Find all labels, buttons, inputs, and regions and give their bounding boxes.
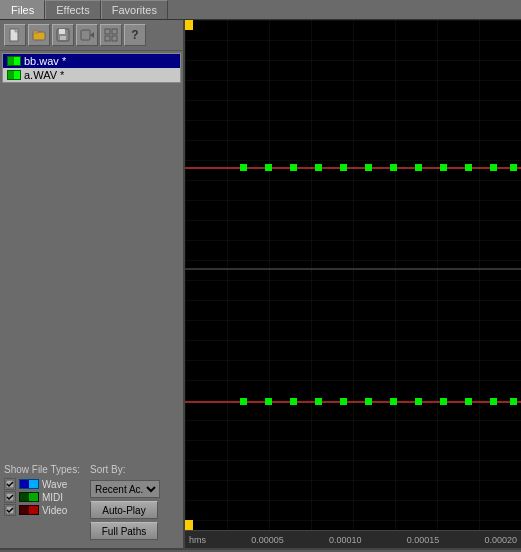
tab-bar: Files Effects Favorites (0, 0, 521, 20)
wave-checkbox[interactable] (4, 478, 16, 490)
tab-files[interactable]: Files (0, 0, 45, 19)
video-type-row: Video (4, 504, 80, 516)
file-name-bb: bb.wav * (24, 55, 66, 67)
video-label: Video (42, 505, 67, 516)
svg-rect-36 (240, 398, 247, 405)
svg-rect-27 (340, 164, 347, 171)
svg-rect-44 (440, 398, 447, 405)
svg-rect-37 (265, 398, 272, 405)
file-item-bb[interactable]: bb.wav * (3, 54, 180, 68)
wave-icon (19, 479, 39, 489)
timeline-marker-0: hms (189, 535, 206, 545)
midi-type-row: MIDI (4, 491, 80, 503)
timeline-marker-4: 0.00020 (484, 535, 517, 545)
waveform-canvas[interactable] (185, 20, 521, 530)
svg-rect-21 (185, 268, 521, 270)
wave-label: Wave (42, 479, 67, 490)
left-panel: ? bb.wav * a.WAV * Show File (0, 20, 185, 548)
file-type-section: Show File Types: Wave (4, 464, 80, 540)
bottom-marker (185, 520, 193, 530)
svg-rect-41 (365, 398, 372, 405)
wave-type-row: Wave (4, 478, 80, 490)
transport-bar: ∞ ⤢ (0, 548, 521, 552)
svg-rect-47 (510, 398, 517, 405)
sort-by-label: Sort By: (90, 464, 160, 475)
sort-select[interactable]: Recent Ac... Name Date Size (90, 480, 160, 498)
save-button[interactable] (52, 24, 74, 46)
svg-rect-25 (290, 164, 297, 171)
timeline-marker-2: 0.00010 (329, 535, 362, 545)
svg-rect-23 (240, 164, 247, 171)
toolbar: ? (0, 20, 183, 51)
timeline-marker-3: 0.00015 (407, 535, 440, 545)
svg-rect-20 (185, 20, 521, 530)
svg-rect-12 (112, 36, 117, 41)
midi-label: MIDI (42, 492, 63, 503)
svg-rect-40 (340, 398, 347, 405)
svg-rect-24 (265, 164, 272, 171)
show-file-types-label: Show File Types: (4, 464, 80, 475)
video-icon (19, 505, 39, 515)
file-name-a: a.WAV * (24, 69, 64, 81)
svg-rect-32 (465, 164, 472, 171)
svg-rect-30 (415, 164, 422, 171)
midi-checkbox[interactable] (4, 491, 16, 503)
record-button[interactable] (76, 24, 98, 46)
file-list: bb.wav * a.WAV * (2, 53, 181, 83)
open-button[interactable] (28, 24, 50, 46)
svg-rect-5 (59, 29, 65, 34)
timeline-markers: hms 0.00005 0.00010 0.00015 0.00020 (189, 535, 517, 545)
wave-icon-a (7, 70, 21, 80)
svg-rect-29 (390, 164, 397, 171)
svg-rect-45 (465, 398, 472, 405)
svg-rect-10 (112, 29, 117, 34)
svg-rect-28 (365, 164, 372, 171)
video-checkbox[interactable] (4, 504, 16, 516)
fullpaths-button[interactable]: Full Paths (90, 522, 158, 540)
autoplay-button[interactable]: Auto-Play (90, 501, 158, 519)
svg-rect-7 (81, 30, 90, 40)
new-button[interactable] (4, 24, 26, 46)
right-panel: hms 0.00005 0.00010 0.00015 0.00020 (185, 20, 521, 548)
sort-section: Sort By: Recent Ac... Name Date Size Aut… (90, 464, 160, 540)
svg-rect-38 (290, 398, 297, 405)
svg-rect-9 (105, 29, 110, 34)
tab-favorites[interactable]: Favorites (101, 0, 168, 19)
svg-rect-46 (490, 398, 497, 405)
top-marker (185, 20, 193, 30)
help-button[interactable]: ? (124, 24, 146, 46)
midi-icon (19, 492, 39, 502)
svg-rect-31 (440, 164, 447, 171)
svg-rect-42 (390, 398, 397, 405)
svg-rect-11 (105, 36, 110, 41)
svg-rect-3 (33, 31, 38, 33)
svg-rect-34 (510, 164, 517, 171)
waveform-svg (185, 20, 521, 530)
timeline: hms 0.00005 0.00010 0.00015 0.00020 (185, 530, 521, 548)
svg-rect-39 (315, 398, 322, 405)
file-item-a[interactable]: a.WAV * (3, 68, 180, 82)
wave-icon-bb (7, 56, 21, 66)
svg-marker-8 (90, 32, 94, 38)
timeline-marker-1: 0.00005 (251, 535, 284, 545)
svg-rect-26 (315, 164, 322, 171)
batch-button[interactable] (100, 24, 122, 46)
svg-rect-33 (490, 164, 497, 171)
svg-rect-43 (415, 398, 422, 405)
svg-rect-6 (60, 36, 66, 40)
bottom-controls: Show File Types: Wave (0, 460, 183, 548)
tab-effects[interactable]: Effects (45, 0, 100, 19)
